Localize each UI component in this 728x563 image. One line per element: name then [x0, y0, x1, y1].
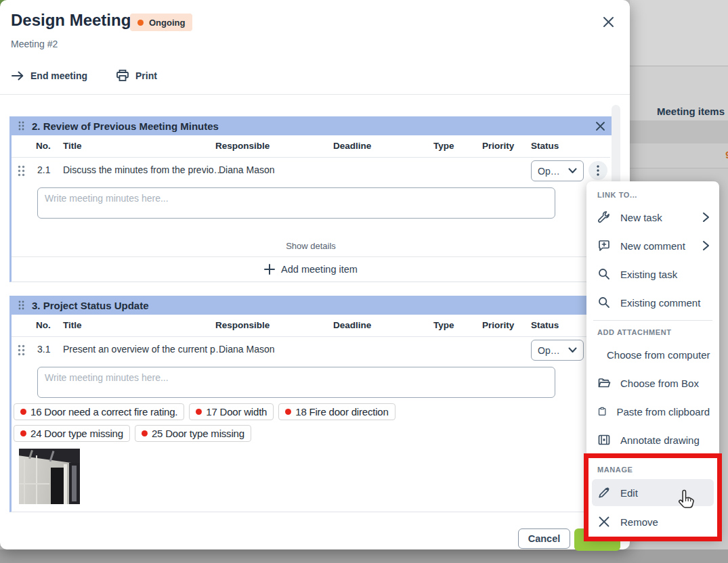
- photo-doorway: [69, 463, 80, 504]
- row-title[interactable]: Present an overview of the current p…: [63, 344, 225, 355]
- issue-tag-label: 18 Fire door direction: [295, 406, 388, 418]
- background-clipped-text: 9: [725, 150, 728, 160]
- issue-tag-label: 17 Door width: [206, 406, 267, 418]
- issue-dot-icon: [20, 430, 26, 436]
- issue-tag-label: 25 Door type missing: [152, 428, 244, 439]
- toolbar-divider: [0, 94, 630, 95]
- column-priority: Priority: [482, 320, 514, 330]
- meeting-subtitle: Meeting #2: [11, 39, 58, 49]
- menu-item-new-comment[interactable]: New comment: [586, 231, 719, 260]
- meeting-minutes-input[interactable]: [37, 367, 555, 398]
- printer-icon: [116, 69, 129, 82]
- section-3-header[interactable]: 3. Project Status Update: [9, 296, 612, 315]
- chevron-down-icon: [568, 347, 577, 353]
- kebab-icon: [597, 165, 599, 176]
- row-actions-menu: LINK TO... New task New comment Existing…: [586, 181, 719, 538]
- dialog-close-button[interactable]: [599, 13, 617, 30]
- column-title: Title: [63, 141, 82, 151]
- column-no: No.: [36, 320, 51, 330]
- wrench-icon: [597, 210, 611, 224]
- status-select-value: Op…: [538, 166, 560, 177]
- plus-icon: [264, 264, 275, 275]
- menu-divider: [593, 457, 712, 458]
- close-icon: [602, 16, 615, 28]
- drag-handle-icon[interactable]: [18, 344, 25, 356]
- menu-item-remove[interactable]: Remove: [586, 508, 719, 536]
- column-deadline: Deadline: [333, 141, 371, 151]
- background-panel-header: Meeting items: [657, 106, 725, 117]
- section-title: 2. Review of Previous Meeting Minutes: [32, 120, 219, 132]
- column-responsible: Responsible: [215, 141, 270, 151]
- issue-tag[interactable]: 16 Door need a correct fire rating.: [14, 403, 184, 420]
- section-2-header[interactable]: 2. Review of Previous Meeting Minutes: [9, 116, 612, 135]
- drag-handle-icon[interactable]: [18, 121, 24, 131]
- end-meeting-button[interactable]: End meeting: [11, 69, 87, 82]
- cancel-button[interactable]: Cancel: [518, 528, 570, 549]
- menu-divider: [593, 320, 712, 321]
- add-meeting-item-button[interactable]: Add meeting item: [12, 257, 610, 282]
- chevron-right-icon: [702, 240, 710, 251]
- meeting-dialog: Design Meeting Ongoing Meeting #2 End me…: [0, 0, 630, 549]
- menu-item-label: Annotate drawing: [620, 434, 710, 446]
- status-select[interactable]: Op…: [531, 340, 584, 361]
- photo-seam: [19, 483, 49, 485]
- photo-seam: [24, 459, 25, 504]
- row-actions-button[interactable]: [588, 161, 607, 180]
- meeting-minutes-input[interactable]: [37, 187, 555, 219]
- status-select-value: Op…: [538, 345, 560, 356]
- background-band: 9: [630, 143, 728, 168]
- issue-dot-icon: [20, 409, 26, 415]
- end-meeting-label: End meeting: [30, 70, 87, 81]
- section-close-button[interactable]: [593, 119, 607, 133]
- menu-item-label: New comment: [620, 240, 693, 252]
- issue-tag[interactable]: 24 Door type missing: [14, 425, 130, 442]
- status-select[interactable]: Op…: [531, 160, 584, 181]
- chevron-down-icon: [568, 168, 577, 174]
- toolbar: End meeting Print: [11, 69, 157, 82]
- menu-item-new-task[interactable]: New task: [586, 203, 719, 231]
- meeting-section-2: 2. Review of Previous Meeting Minutes No…: [9, 116, 610, 282]
- menu-item-label: Existing task: [620, 269, 710, 280]
- drag-handle-icon[interactable]: [18, 165, 25, 177]
- menu-item-choose-from-box[interactable]: Choose from Box: [586, 369, 719, 397]
- menu-item-label: Paste from clipboard: [616, 406, 710, 418]
- menu-group-label: LINK TO...: [586, 187, 719, 203]
- table-header-row: No. Title Responsible Deadline Type Prio…: [12, 135, 610, 158]
- close-icon: [595, 121, 605, 131]
- menu-item-paste-from-clipboard[interactable]: Paste from clipboard: [586, 397, 719, 426]
- show-details-link[interactable]: Show details: [12, 241, 610, 251]
- issue-tag[interactable]: 18 Fire door direction: [278, 403, 395, 420]
- search-icon: [597, 267, 611, 281]
- menu-item-edit[interactable]: Edit: [592, 479, 714, 506]
- menu-item-annotate-drawing[interactable]: Annotate drawing: [586, 426, 719, 454]
- row-title[interactable]: Discuss the minutes from the previo…: [63, 164, 223, 175]
- table-row: 2.1 Discuss the minutes from the previo……: [12, 158, 610, 184]
- attachment-thumbnail[interactable]: [19, 449, 80, 504]
- drag-handle-icon[interactable]: [18, 300, 24, 310]
- menu-item-existing-comment[interactable]: Existing comment: [586, 288, 719, 317]
- row-responsible: Diana Mason: [219, 164, 275, 175]
- menu-item-existing-task[interactable]: Existing task: [586, 260, 719, 288]
- search-icon: [597, 296, 611, 309]
- issue-tag-label: 24 Door type missing: [30, 428, 123, 439]
- print-button[interactable]: Print: [116, 69, 157, 82]
- column-type: Type: [433, 320, 454, 330]
- menu-item-label: Existing comment: [620, 297, 710, 309]
- meeting-section-3: 3. Project Status Update No. Title Respo…: [9, 296, 610, 512]
- background-band: [630, 120, 728, 143]
- background-bottom: [0, 549, 728, 563]
- column-priority: Priority: [482, 141, 514, 151]
- issue-tag[interactable]: 25 Door type missing: [135, 425, 251, 442]
- screen: Meeting items 9 Design Meeting Ongoing M…: [0, 0, 728, 563]
- issue-tag[interactable]: 17 Door width: [189, 403, 274, 420]
- folder-open-icon: [597, 376, 611, 390]
- add-meeting-item-label: Add meeting item: [281, 264, 358, 275]
- background-band: [630, 0, 728, 66]
- column-type: Type: [433, 141, 454, 151]
- photo-doorway: [51, 468, 64, 504]
- column-title: Title: [63, 320, 82, 330]
- comment-plus-icon: [597, 239, 611, 252]
- pencil-icon: [597, 486, 611, 499]
- menu-item-choose-from-computer[interactable]: Choose from computer: [586, 340, 719, 369]
- section-title: 3. Project Status Update: [32, 300, 149, 311]
